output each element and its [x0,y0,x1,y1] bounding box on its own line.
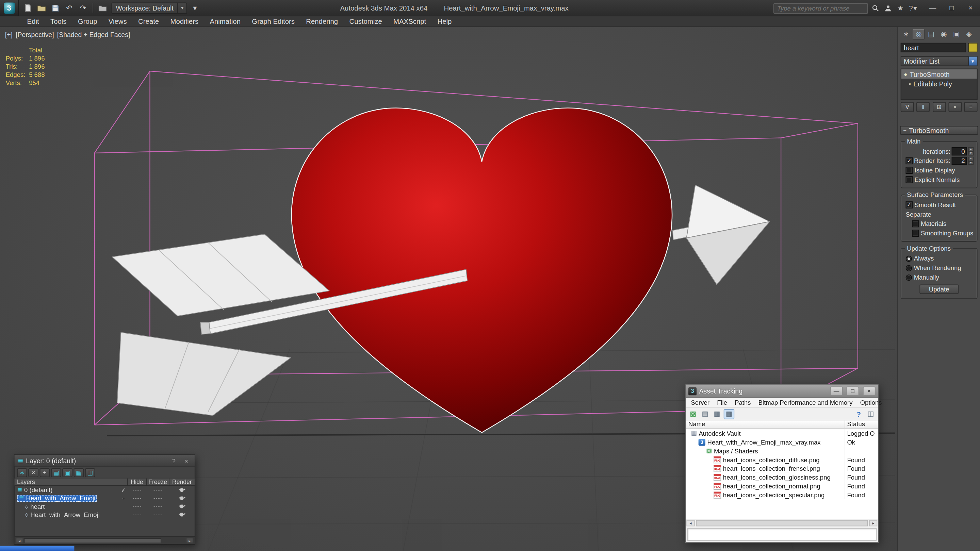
menu-graph-editors[interactable]: Graph Editors [247,16,301,27]
tab-motion[interactable]: ◉ [938,29,950,40]
hide-freeze-toggle-button[interactable]: ◫ [85,468,95,477]
hide-toggle[interactable]: ---- [128,512,147,518]
configure-modifier-sets-button[interactable]: ≡ [964,102,978,112]
viewport-general-menu[interactable]: [+] [5,31,13,38]
hide-toggle[interactable]: ---- [128,495,147,501]
delete-layer-button[interactable]: × [28,468,38,477]
make-unique-button[interactable]: ⊞ [932,102,946,112]
asset-row-vault[interactable]: ▦Autodesk Vault Logged O [686,429,878,437]
layer-row-default[interactable]: ≣ 0 (default) ✓ ---- ---- [14,486,195,494]
manually-radio[interactable] [906,274,912,281]
column-freeze[interactable]: Freeze [147,478,169,485]
tab-create[interactable]: ∗ [900,29,912,40]
save-file-button[interactable] [49,2,62,14]
selected-layer-highlight[interactable]: ≣ Heart_with_Arrow_Emoji [17,495,97,502]
workspace-dropdown-arrow-icon[interactable]: ▾ [177,3,187,13]
menu-views[interactable]: Views [103,16,132,27]
smooth-result-checkbox[interactable]: ✓ [906,202,913,208]
remove-modifier-button[interactable]: × [948,102,962,112]
search-button[interactable] [870,2,880,14]
freeze-toggle[interactable]: ---- [147,495,169,501]
menu-bitmap-performance[interactable]: Bitmap Performance and Memory [755,399,856,406]
viewport-shading-menu[interactable]: [Shaded + Edged Faces] [57,31,130,38]
maximize-button[interactable]: □ [942,0,961,15]
hide-toggle[interactable]: ---- [128,504,147,510]
column-status[interactable]: Status [845,421,878,428]
details-view-button[interactable]: ▥ [712,409,722,419]
modifier-enabled-bulb-icon[interactable]: ● [904,71,907,77]
menu-create[interactable]: Create [132,16,164,27]
highlight-layer-button[interactable]: ▦ [74,468,84,477]
asset-row-max-file[interactable]: 3Heart_with_Arrow_Emoji_max_vray.max Ok [686,437,878,446]
render-iters-spinner[interactable]: ▲▼ [968,157,974,165]
render-toggle[interactable] [169,504,195,510]
asset-row-diffuse-map[interactable]: PNGheart_icons_collection_diffuse.png Fo… [686,455,878,464]
tab-modify[interactable]: ◎ [913,29,924,40]
render-toggle[interactable] [169,487,195,493]
scrollbar-thumb[interactable] [24,538,161,543]
scroll-left-icon[interactable]: ◄ [686,520,695,527]
column-render[interactable]: Render [169,478,195,485]
set-current-box-icon[interactable]: ▫ [119,495,128,502]
undo-button[interactable]: ↶ [63,2,76,14]
modifier-list-arrow-icon[interactable]: ▼ [968,57,977,66]
redo-button[interactable]: ↷ [77,2,89,14]
menu-maxscript[interactable]: MAXScript [388,16,432,27]
layer-title-bar[interactable]: ≣ Layer: 0 (default) ? × [14,455,195,467]
asset-row-glossiness-map[interactable]: PNGheart_icons_collection_glossiness.png… [686,473,878,482]
scroll-left-icon[interactable]: ◄ [16,538,23,543]
close-button[interactable]: × [961,0,980,15]
when-rendering-radio[interactable] [906,265,912,271]
menu-customize[interactable]: Customize [344,16,388,27]
asset-info-button[interactable]: ◫ [865,409,876,419]
asset-row-fresnel-map[interactable]: PNGheart_icons_collection_frensel.png Fo… [686,464,878,473]
freeze-toggle[interactable]: ---- [147,487,169,493]
modifier-list-dropdown[interactable]: Modifier List ▼ [901,56,978,66]
asset-row-specular-map[interactable]: PNGheart_icons_collection_specular.png F… [686,491,878,499]
show-end-result-button[interactable]: ‖ [917,102,930,112]
set-current-layer-button[interactable]: ▣ [62,468,73,477]
column-hide[interactable]: Hide [128,478,147,485]
explicit-normals-checkbox[interactable] [906,176,913,183]
layer-row-heart-object[interactable]: ◇ heart ---- ---- [14,502,195,511]
menu-tools[interactable]: Tools [45,16,72,27]
create-new-layer-button[interactable]: ∗ [17,468,27,477]
scroll-right-icon[interactable]: ► [869,520,877,527]
search-input[interactable] [773,3,868,13]
hide-toggle[interactable]: ---- [128,487,147,493]
iterations-spinner[interactable]: ▲▼ [968,147,974,156]
render-iters-checkbox[interactable]: ✓ [906,157,913,164]
add-to-layer-button[interactable]: + [40,468,50,477]
taskbar-fragment[interactable] [0,546,74,551]
column-name[interactable]: Name [686,421,845,428]
open-file-button[interactable] [35,2,48,14]
asset-maximize-button[interactable]: □ [846,386,859,396]
sign-in-button[interactable] [882,2,893,14]
modifier-stack-item-editable-poly[interactable]: ▫ Editable Poly [901,79,977,88]
menu-rendering[interactable]: Rendering [301,16,344,27]
tab-display[interactable]: ▣ [950,29,962,40]
menu-options[interactable]: Options [856,399,886,406]
layer-horizontal-scrollbar[interactable]: ◄ ► [14,537,195,544]
tab-hierarchy[interactable]: ▤ [925,29,937,40]
freeze-toggle[interactable]: ---- [147,512,169,518]
select-layer-objects-button[interactable]: ▤ [51,468,61,477]
application-menu-button[interactable]: 3 [0,0,19,16]
isoline-display-checkbox[interactable] [906,167,913,173]
minimize-button[interactable]: — [923,0,942,15]
asset-row-normal-map[interactable]: PNGheart_icons_collection_normal.png Fou… [686,482,878,491]
render-iters-field[interactable]: 2 [952,157,967,165]
layer-row-heart-with-arrow-emoji[interactable]: ≣ Heart_with_Arrow_Emoji ▫ ---- ---- [14,494,195,502]
viewport-pov-menu[interactable]: [Perspective] [16,31,54,38]
layer-close-button[interactable]: × [181,457,192,464]
asset-help-button[interactable]: ? [853,409,864,419]
iterations-field[interactable]: 0 [952,147,967,156]
smoothing-groups-checkbox[interactable] [912,230,919,237]
scroll-right-icon[interactable]: ► [186,538,193,543]
workspace-selector[interactable]: Workspace: Default ▾ [111,2,188,13]
list-view-button[interactable]: ▤ [700,409,710,419]
current-layer-check-icon[interactable]: ✓ [119,487,128,494]
menu-paths[interactable]: Paths [731,399,755,406]
favorites-button[interactable]: ★ [895,2,905,14]
freeze-toggle[interactable]: ---- [147,504,169,510]
